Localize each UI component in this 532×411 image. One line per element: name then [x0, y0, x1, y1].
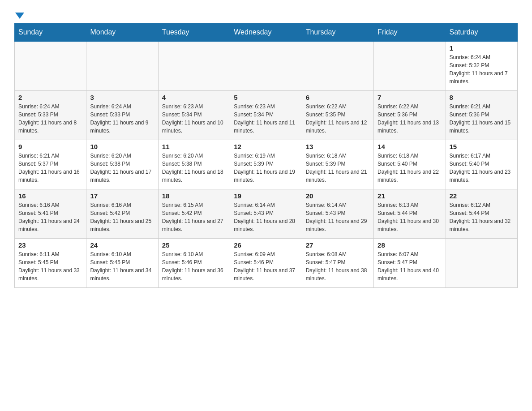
day-number: 7: [378, 94, 442, 101]
calendar-cell: 20Sunrise: 6:14 AMSunset: 5:43 PMDayligh…: [302, 189, 373, 238]
day-info: Sunrise: 6:07 AMSunset: 5:47 PMDaylight:…: [378, 250, 442, 283]
weekday-header-saturday: Saturday: [446, 24, 517, 42]
day-info: Sunrise: 6:11 AMSunset: 5:45 PMDaylight:…: [18, 250, 82, 283]
logo-arrow-icon: [15, 13, 24, 19]
calendar-cell: 18Sunrise: 6:15 AMSunset: 5:42 PMDayligh…: [158, 189, 230, 238]
day-info: Sunrise: 6:18 AMSunset: 5:40 PMDaylight:…: [378, 152, 442, 184]
day-info: Sunrise: 6:14 AMSunset: 5:43 PMDaylight:…: [306, 201, 370, 233]
day-number: 2: [18, 94, 82, 101]
day-number: 12: [234, 143, 298, 150]
day-number: 25: [162, 241, 226, 249]
day-number: 13: [306, 143, 370, 150]
day-info: Sunrise: 6:17 AMSunset: 5:40 PMDaylight:…: [450, 152, 514, 184]
day-number: 28: [378, 241, 442, 249]
day-number: 17: [90, 192, 154, 200]
calendar-cell: 27Sunrise: 6:08 AMSunset: 5:47 PMDayligh…: [302, 238, 373, 287]
day-info: Sunrise: 6:15 AMSunset: 5:42 PMDaylight:…: [162, 201, 226, 233]
calendar-cell: 14Sunrise: 6:18 AMSunset: 5:40 PMDayligh…: [374, 140, 446, 189]
calendar-table: SundayMondayTuesdayWednesdayThursdayFrid…: [14, 23, 518, 288]
calendar-cell: [374, 41, 446, 90]
calendar-cell: 3Sunrise: 6:24 AMSunset: 5:33 PMDaylight…: [86, 90, 158, 140]
day-info: Sunrise: 6:08 AMSunset: 5:47 PMDaylight:…: [306, 250, 370, 283]
day-number: 5: [234, 94, 298, 101]
day-number: 4: [162, 94, 226, 101]
weekday-header-wednesday: Wednesday: [230, 24, 302, 42]
calendar-cell: 9Sunrise: 6:21 AMSunset: 5:37 PMDaylight…: [15, 140, 86, 189]
calendar-cell: [158, 41, 230, 90]
day-number: 26: [234, 241, 298, 249]
calendar-cell: 5Sunrise: 6:23 AMSunset: 5:34 PMDaylight…: [230, 90, 302, 140]
weekday-header-row: SundayMondayTuesdayWednesdayThursdayFrid…: [15, 24, 518, 42]
day-info: Sunrise: 6:16 AMSunset: 5:41 PMDaylight:…: [18, 201, 82, 233]
day-number: 19: [234, 192, 298, 200]
calendar-cell: 12Sunrise: 6:19 AMSunset: 5:39 PMDayligh…: [230, 140, 302, 189]
day-info: Sunrise: 6:20 AMSunset: 5:38 PMDaylight:…: [90, 152, 154, 184]
calendar-cell: 19Sunrise: 6:14 AMSunset: 5:43 PMDayligh…: [230, 189, 302, 238]
calendar-cell: [86, 41, 158, 90]
day-number: 15: [450, 143, 514, 150]
day-number: 20: [306, 192, 370, 200]
day-info: Sunrise: 6:23 AMSunset: 5:34 PMDaylight:…: [234, 103, 298, 135]
calendar-cell: 26Sunrise: 6:09 AMSunset: 5:46 PMDayligh…: [230, 238, 302, 287]
calendar-week-row: 1Sunrise: 6:24 AMSunset: 5:32 PMDaylight…: [15, 41, 518, 90]
day-info: Sunrise: 6:10 AMSunset: 5:46 PMDaylight:…: [162, 250, 226, 283]
calendar-cell: 4Sunrise: 6:23 AMSunset: 5:34 PMDaylight…: [158, 90, 230, 140]
calendar-week-row: 16Sunrise: 6:16 AMSunset: 5:41 PMDayligh…: [15, 189, 518, 238]
calendar-cell: 22Sunrise: 6:12 AMSunset: 5:44 PMDayligh…: [446, 189, 517, 238]
weekday-header-sunday: Sunday: [15, 24, 86, 42]
day-info: Sunrise: 6:24 AMSunset: 5:33 PMDaylight:…: [90, 103, 154, 135]
logo: [14, 11, 24, 19]
weekday-header-thursday: Thursday: [302, 24, 373, 42]
calendar-cell: 10Sunrise: 6:20 AMSunset: 5:38 PMDayligh…: [86, 140, 158, 189]
day-info: Sunrise: 6:09 AMSunset: 5:46 PMDaylight:…: [234, 250, 298, 283]
day-number: 3: [90, 94, 154, 101]
calendar-cell: 11Sunrise: 6:20 AMSunset: 5:38 PMDayligh…: [158, 140, 230, 189]
day-number: 8: [450, 94, 514, 101]
day-info: Sunrise: 6:19 AMSunset: 5:39 PMDaylight:…: [234, 152, 298, 184]
day-info: Sunrise: 6:21 AMSunset: 5:37 PMDaylight:…: [18, 152, 82, 184]
calendar-cell: 28Sunrise: 6:07 AMSunset: 5:47 PMDayligh…: [374, 238, 446, 287]
calendar-cell: 23Sunrise: 6:11 AMSunset: 5:45 PMDayligh…: [15, 238, 86, 287]
day-info: Sunrise: 6:21 AMSunset: 5:36 PMDaylight:…: [450, 103, 514, 135]
calendar-cell: 8Sunrise: 6:21 AMSunset: 5:36 PMDaylight…: [446, 90, 517, 140]
calendar-cell: [446, 238, 517, 287]
calendar-cell: [15, 41, 86, 90]
day-info: Sunrise: 6:10 AMSunset: 5:45 PMDaylight:…: [90, 250, 154, 283]
day-number: 27: [306, 241, 370, 249]
day-number: 11: [162, 143, 226, 150]
calendar-cell: 25Sunrise: 6:10 AMSunset: 5:46 PMDayligh…: [158, 238, 230, 287]
day-number: 23: [18, 241, 82, 249]
day-info: Sunrise: 6:16 AMSunset: 5:42 PMDaylight:…: [90, 201, 154, 233]
day-number: 18: [162, 192, 226, 200]
day-number: 10: [90, 143, 154, 150]
day-number: 14: [378, 143, 442, 150]
day-info: Sunrise: 6:24 AMSunset: 5:33 PMDaylight:…: [18, 103, 82, 135]
day-number: 24: [90, 241, 154, 249]
day-info: Sunrise: 6:13 AMSunset: 5:44 PMDaylight:…: [378, 201, 442, 233]
calendar-cell: [230, 41, 302, 90]
calendar-week-row: 23Sunrise: 6:11 AMSunset: 5:45 PMDayligh…: [15, 238, 518, 287]
day-number: 1: [450, 44, 514, 52]
calendar-cell: [302, 41, 373, 90]
calendar-cell: 1Sunrise: 6:24 AMSunset: 5:32 PMDaylight…: [446, 41, 517, 90]
calendar-week-row: 2Sunrise: 6:24 AMSunset: 5:33 PMDaylight…: [15, 90, 518, 140]
calendar-cell: 7Sunrise: 6:22 AMSunset: 5:36 PMDaylight…: [374, 90, 446, 140]
day-number: 16: [18, 192, 82, 200]
day-number: 21: [378, 192, 442, 200]
day-info: Sunrise: 6:20 AMSunset: 5:38 PMDaylight:…: [162, 152, 226, 184]
day-number: 9: [18, 143, 82, 150]
calendar-cell: 6Sunrise: 6:22 AMSunset: 5:35 PMDaylight…: [302, 90, 373, 140]
weekday-header-friday: Friday: [374, 24, 446, 42]
calendar-cell: 16Sunrise: 6:16 AMSunset: 5:41 PMDayligh…: [15, 189, 86, 238]
weekday-header-tuesday: Tuesday: [158, 24, 230, 42]
day-info: Sunrise: 6:23 AMSunset: 5:34 PMDaylight:…: [162, 103, 226, 135]
calendar-cell: 2Sunrise: 6:24 AMSunset: 5:33 PMDaylight…: [15, 90, 86, 140]
calendar-cell: 13Sunrise: 6:18 AMSunset: 5:39 PMDayligh…: [302, 140, 373, 189]
day-info: Sunrise: 6:14 AMSunset: 5:43 PMDaylight:…: [234, 201, 298, 233]
page-header: [14, 11, 518, 19]
calendar-cell: 15Sunrise: 6:17 AMSunset: 5:40 PMDayligh…: [446, 140, 517, 189]
day-info: Sunrise: 6:24 AMSunset: 5:32 PMDaylight:…: [450, 53, 514, 86]
day-info: Sunrise: 6:12 AMSunset: 5:44 PMDaylight:…: [450, 201, 514, 233]
day-info: Sunrise: 6:22 AMSunset: 5:36 PMDaylight:…: [378, 103, 442, 135]
calendar-cell: 21Sunrise: 6:13 AMSunset: 5:44 PMDayligh…: [374, 189, 446, 238]
